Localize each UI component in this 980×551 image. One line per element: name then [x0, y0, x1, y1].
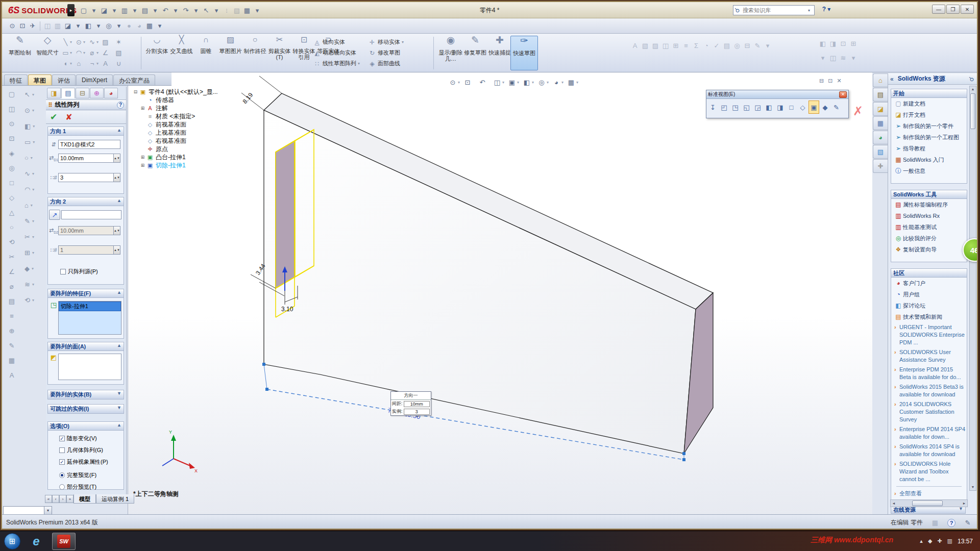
ribbon-button[interactable]: ▨草图图片 — [218, 36, 242, 70]
separator[interactable] — [40, 21, 40, 31]
new-view-icon[interactable]: ◪ — [63, 20, 73, 32]
direction2-reference-field[interactable] — [61, 210, 121, 219]
callout-spacing-value[interactable]: 10mm — [404, 401, 430, 407]
sketch-entity-icon[interactable]: ⊙ — [75, 38, 83, 46]
ribbon-button[interactable]: ✑快速草图 — [510, 36, 538, 70]
side-tool-icon[interactable]: ∿▾ — [21, 166, 45, 182]
news-link[interactable]: ›SOLIDWORKS User Assistance Survey — [891, 347, 967, 365]
sketch-entity-icon[interactable]: ∪ — [114, 60, 123, 67]
full-preview-option[interactable]: 完整预览(F) — [59, 471, 96, 479]
close-button[interactable]: ✕ — [961, 5, 974, 14]
task-pane-link[interactable]: ▤属性标签编制程序 — [891, 199, 967, 210]
side-tool-icon[interactable]: ✎▾ — [21, 213, 45, 229]
dropdown-arrow-icon[interactable]: ▾ — [576, 80, 581, 85]
pane-horizontal-scrollbar[interactable]: ◄ ► — [890, 499, 968, 507]
collapse-chevron-icon[interactable]: ▲ — [117, 128, 121, 135]
side-tool-icon[interactable]: ▤ — [3, 294, 20, 309]
motion-study-tab[interactable]: 运动算例 1 — [96, 494, 134, 504]
minimize-button[interactable]: — — [932, 5, 945, 14]
news-link[interactable]: ›SOLIDWORKS Hole Wizard and Toolbox cann… — [891, 459, 967, 484]
toolbar-icon[interactable]: ▤ — [722, 40, 732, 51]
sketch-entity-icon[interactable]: ╲ — [61, 38, 70, 46]
view-orientation-icon[interactable]: □ — [786, 101, 797, 114]
view-orientation-icon[interactable]: ▣ — [808, 101, 819, 114]
side-tool-icon[interactable]: ⊞▾ — [21, 245, 45, 261]
radio-unselected[interactable] — [59, 484, 65, 490]
tree-item[interactable]: ≡材质 <未指定> — [139, 112, 250, 120]
side-tool-icon[interactable]: ◇ — [3, 190, 20, 205]
dropdown-arrow-icon[interactable]: ▾ — [70, 51, 75, 55]
pane-vertical-scrollbar[interactable]: ▲ ▼ — [969, 86, 976, 491]
ribbon-row-button[interactable]: ∷线性草图阵列▾ — [312, 58, 360, 69]
doc-close-icon[interactable]: ✕ — [837, 78, 841, 84]
zoom-area-icon[interactable]: ⊡ — [17, 20, 28, 32]
toolbar-icon[interactable]: ▾ — [818, 52, 828, 63]
ribbon-button[interactable]: ◡分割实体 — [145, 36, 169, 70]
toolbar-icon[interactable]: ◧ — [818, 38, 828, 49]
part-front-face[interactable] — [264, 110, 696, 454]
toolbar-icon[interactable]: ◨ — [828, 38, 838, 49]
side-tool-icon[interactable]: □ — [3, 176, 20, 190]
collapse-chevron-icon[interactable]: ▲ — [117, 422, 121, 430]
count-spinner[interactable]: ▲▼ — [114, 245, 120, 255]
section-view-icon[interactable]: ◫ — [42, 20, 53, 32]
faces-list[interactable] — [58, 354, 121, 380]
toolbar-icon[interactable]: ✓ — [712, 40, 722, 51]
collapse-chevron-icon[interactable]: ▲ — [117, 198, 121, 205]
sketch-entity-icon[interactable]: ⌀ — [88, 49, 96, 57]
partial-preview-option[interactable]: 部分预览(T) — [59, 483, 96, 491]
sketch-entity-icon[interactable]: ◖ — [61, 60, 70, 67]
side-tool-icon[interactable]: ◫ — [3, 102, 20, 116]
expand-icon[interactable]: ⊞ — [139, 106, 146, 111]
shadow-icon[interactable]: ● — [124, 20, 134, 32]
bodies-to-pattern-group[interactable]: 要阵列的实体(B)▼ — [47, 390, 124, 399]
task-pane-link[interactable]: ▦SolidWorks 入门 — [891, 154, 967, 165]
quick-filter-combobox[interactable]: ▾ — [3, 506, 52, 515]
side-tool-icon[interactable]: ◆▾ — [21, 261, 45, 277]
side-tool-icon[interactable]: ⌂▾ — [21, 197, 45, 213]
dropdown-arrow-icon[interactable]: ▾ — [502, 80, 507, 85]
sketch-entity-icon[interactable]: ⌂ — [75, 60, 83, 67]
tree-item[interactable]: ⊞A注解 — [139, 104, 250, 112]
spacing-spinner[interactable]: ▲▼ — [114, 154, 120, 163]
dropdown-arrow-icon[interactable]: ▾ — [532, 80, 536, 85]
checkbox-checked[interactable]: ✓ — [59, 459, 65, 465]
side-tool-icon[interactable]: A — [3, 368, 20, 383]
show-hidden-icons[interactable]: ▴ — [920, 538, 923, 544]
toolbar-icon[interactable]: ≡ — [681, 40, 691, 51]
reverse-direction-icon[interactable]: ⇵ — [49, 141, 58, 148]
view-orientation-icon[interactable]: ◰ — [719, 101, 729, 114]
view-orientation-icon[interactable]: ↧ — [707, 101, 718, 114]
dropdown-arrow-icon[interactable]: ▾ — [73, 20, 83, 32]
previous-view-icon[interactable]: ↶ — [477, 77, 487, 88]
dropdown-arrow-icon[interactable]: ▾ — [93, 20, 104, 32]
doc-minimize-icon[interactable]: ⊟ — [819, 78, 824, 84]
task-pane-link[interactable]: ◪打开文档 — [891, 109, 967, 120]
features-list[interactable]: 切除-拉伸1 — [58, 301, 121, 335]
view-orientation-icon[interactable]: ◧ — [764, 101, 774, 114]
taskbar-clock[interactable]: 13:57 — [958, 538, 973, 545]
direction2-spacing-input[interactable]: 10.00mm — [58, 226, 114, 235]
toolbar-icon[interactable]: ≋ — [838, 52, 848, 63]
view-orientation-icon[interactable]: ◨ — [775, 101, 786, 114]
dropdown-arrow-icon[interactable]: ▾ — [458, 80, 462, 85]
side-tool-icon[interactable]: ∠ — [3, 264, 20, 279]
side-tool-icon[interactable]: ✎ — [3, 338, 20, 353]
collapse-pane-icon[interactable]: « — [890, 76, 894, 83]
checkbox-unchecked[interactable] — [59, 447, 65, 453]
file-explorer-tab-icon[interactable]: ◪ — [873, 102, 888, 116]
action-center-icon[interactable]: ✚ — [937, 538, 942, 544]
side-tool-icon[interactable]: ▭▾ — [21, 134, 45, 150]
callout-instances-value[interactable]: 3 — [404, 409, 430, 415]
dropdown-arrow-icon[interactable]: ▾ — [155, 20, 165, 32]
expand-icon[interactable]: ⊞ — [139, 155, 146, 160]
toolbar-icon[interactable]: Σ — [691, 40, 701, 51]
view-orientation-icon[interactable]: ✎ — [831, 101, 842, 114]
dimxpert-tab-icon[interactable]: ⊕ — [90, 88, 104, 98]
tab-草图[interactable]: 草图 — [28, 74, 52, 85]
side-tool-icon[interactable]: ◈ — [3, 146, 20, 161]
toolbar-icon[interactable]: ▾ — [848, 52, 859, 63]
toolbar-icon[interactable]: ▾ — [763, 40, 773, 51]
news-link[interactable]: ›Enterprise PDM 2015 Beta is available f… — [891, 365, 967, 382]
sketch-entity-icon[interactable]: ▭ — [61, 49, 70, 57]
